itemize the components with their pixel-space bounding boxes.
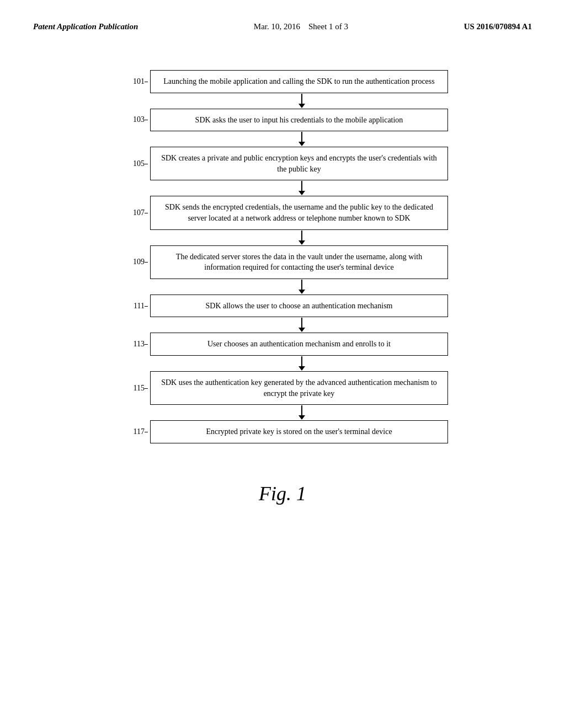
arrow-head bbox=[299, 366, 305, 371]
header-left: Patent Application Publication bbox=[33, 22, 138, 31]
arrow-down-container bbox=[117, 230, 448, 245]
diagram-area: 101Launching the mobile application and … bbox=[33, 59, 532, 454]
step-box: Launching the mobile application and cal… bbox=[150, 70, 448, 93]
step-label: 117 bbox=[117, 427, 150, 436]
step-label: 101 bbox=[117, 77, 150, 86]
flow-step: 111SDK allows the user to choose an auth… bbox=[117, 295, 448, 318]
arrow-down bbox=[299, 280, 305, 294]
arrow-down-container bbox=[117, 131, 448, 147]
step-box: SDK sends the encrypted credentials, the… bbox=[150, 196, 448, 229]
flow-step: 117Encrypted private key is stored on th… bbox=[117, 420, 448, 443]
arrow-down-container bbox=[117, 93, 448, 109]
arrow-head bbox=[299, 191, 305, 195]
arrow-down-container bbox=[117, 317, 448, 333]
step-box: SDK creates a private and public encrypt… bbox=[150, 147, 448, 180]
arrow-line bbox=[301, 132, 302, 142]
step-label: 109 bbox=[117, 258, 150, 266]
publication-label: Patent Application Publication bbox=[33, 22, 138, 31]
step-box: The dedicated server stores the data in … bbox=[150, 245, 448, 279]
step-box: SDK asks the user to input his credentia… bbox=[150, 109, 448, 132]
step-box: User chooses an authentication mechanism… bbox=[150, 333, 448, 356]
date-sheet: Mar. 10, 2016 Sheet 1 of 3 bbox=[254, 22, 348, 31]
figure-caption: Fig. 1 bbox=[33, 482, 532, 505]
flow-step: 105SDK creates a private and public encr… bbox=[117, 147, 448, 180]
step-box: Encrypted private key is stored on the u… bbox=[150, 420, 448, 443]
flow-step: 107SDK sends the encrypted credentials, … bbox=[117, 196, 448, 229]
step-label: 107 bbox=[117, 208, 150, 217]
step-box: SDK uses the authentication key generate… bbox=[150, 371, 448, 405]
step-label: 111 bbox=[117, 302, 150, 311]
arrow-line bbox=[301, 318, 302, 328]
arrow-line bbox=[301, 280, 302, 290]
header-right: US 2016/070894 A1 bbox=[464, 22, 532, 31]
step-box: SDK allows the user to choose an authent… bbox=[150, 295, 448, 318]
arrow-line bbox=[301, 181, 302, 191]
arrow-head bbox=[299, 104, 305, 108]
arrow-head bbox=[299, 240, 305, 245]
arrow-down bbox=[299, 132, 305, 146]
arrow-down bbox=[299, 356, 305, 371]
arrow-down-container bbox=[117, 180, 448, 196]
arrow-head bbox=[299, 328, 305, 332]
arrow-down bbox=[299, 231, 305, 245]
page: Patent Application Publication Mar. 10, … bbox=[0, 0, 565, 728]
step-label: 105 bbox=[117, 159, 150, 168]
arrow-head bbox=[299, 290, 305, 294]
arrow-down bbox=[299, 318, 305, 332]
arrow-down bbox=[299, 405, 305, 420]
arrow-down-container bbox=[117, 405, 448, 420]
arrow-line bbox=[301, 231, 302, 240]
arrow-down-container bbox=[117, 356, 448, 371]
header: Patent Application Publication Mar. 10, … bbox=[33, 22, 532, 31]
arrow-line bbox=[301, 405, 302, 415]
flow-step: 103SDK asks the user to input his creden… bbox=[117, 109, 448, 132]
arrow-line bbox=[301, 94, 302, 104]
arrow-head bbox=[299, 142, 305, 146]
flow-step: 109The dedicated server stores the data … bbox=[117, 245, 448, 279]
flow-step: 113User chooses an authentication mechan… bbox=[117, 333, 448, 356]
step-label: 103 bbox=[117, 115, 150, 124]
header-center: Mar. 10, 2016 Sheet 1 of 3 bbox=[254, 22, 348, 31]
arrow-line bbox=[301, 356, 302, 366]
flow-container: 101Launching the mobile application and … bbox=[117, 70, 448, 443]
flow-step: 115SDK uses the authentication key gener… bbox=[117, 371, 448, 405]
arrow-head bbox=[299, 415, 305, 420]
arrow-down bbox=[299, 94, 305, 108]
step-label: 113 bbox=[117, 340, 150, 349]
arrow-down-container bbox=[117, 279, 448, 295]
flow-step: 101Launching the mobile application and … bbox=[117, 70, 448, 93]
patent-number: US 2016/070894 A1 bbox=[464, 22, 532, 31]
arrow-down bbox=[299, 181, 305, 195]
step-label: 115 bbox=[117, 384, 150, 393]
